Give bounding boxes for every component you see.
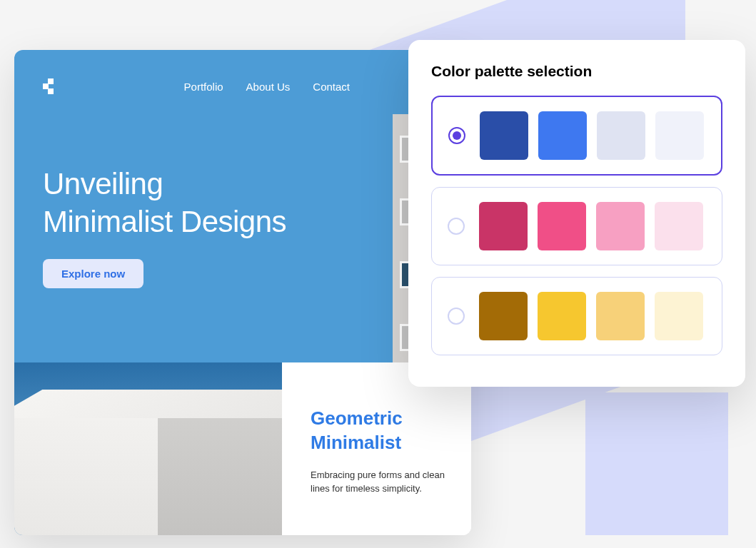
- nav-links: Portfolio About Us Contact: [184, 81, 350, 93]
- logo-icon[interactable]: [43, 78, 59, 94]
- swatch-row: [479, 292, 706, 340]
- palette-option-2[interactable]: [431, 277, 722, 355]
- background-shape-2: [585, 392, 728, 535]
- section-text: Geometric Minimalist Embracing pure form…: [282, 362, 471, 535]
- nav-link-portfolio[interactable]: Portfolio: [184, 81, 223, 93]
- color-swatch: [655, 202, 703, 250]
- website-preview: Portfolio About Us Contact Unveiling Min…: [14, 50, 471, 535]
- palette-option-0[interactable]: [431, 96, 722, 176]
- section-title-line2: Minimalist: [311, 432, 401, 453]
- palette-option-1[interactable]: [431, 187, 722, 265]
- color-swatch: [538, 292, 586, 340]
- color-swatch: [480, 111, 528, 160]
- radio-icon[interactable]: [448, 218, 465, 235]
- color-swatch: [597, 111, 645, 160]
- radio-icon[interactable]: [448, 308, 465, 325]
- hero-title: Unveiling Minimalist Designs: [43, 166, 443, 240]
- hero-title-line2: Minimalist Designs: [43, 205, 286, 238]
- section-title-line1: Geometric: [311, 407, 403, 429]
- hero-title-line1: Unveiling: [43, 167, 163, 201]
- hero-section: Portfolio About Us Contact Unveiling Min…: [14, 50, 471, 362]
- radio-icon[interactable]: [448, 127, 465, 144]
- color-swatch: [596, 202, 645, 250]
- color-swatch: [538, 202, 586, 250]
- nav-link-contact[interactable]: Contact: [313, 81, 350, 93]
- explore-button[interactable]: Explore now: [43, 259, 143, 288]
- color-swatch: [479, 292, 528, 340]
- architecture-image: [14, 362, 282, 535]
- section-title: Geometric Minimalist: [311, 407, 450, 455]
- color-swatch: [538, 111, 587, 160]
- color-swatch: [596, 292, 645, 340]
- color-swatch: [655, 111, 704, 160]
- nav-link-about[interactable]: About Us: [246, 81, 291, 93]
- lower-content: Geometric Minimalist Embracing pure form…: [14, 362, 471, 535]
- swatch-row: [479, 202, 706, 250]
- color-swatch: [655, 292, 703, 340]
- swatch-row: [480, 111, 705, 160]
- nav-bar: Portfolio About Us Contact: [43, 78, 443, 94]
- section-body: Embracing pure forms and clean lines for…: [311, 468, 450, 496]
- palette-panel: Color palette selection: [408, 40, 745, 387]
- color-swatch: [479, 202, 528, 250]
- palette-list: [431, 96, 722, 355]
- palette-title: Color palette selection: [431, 63, 722, 80]
